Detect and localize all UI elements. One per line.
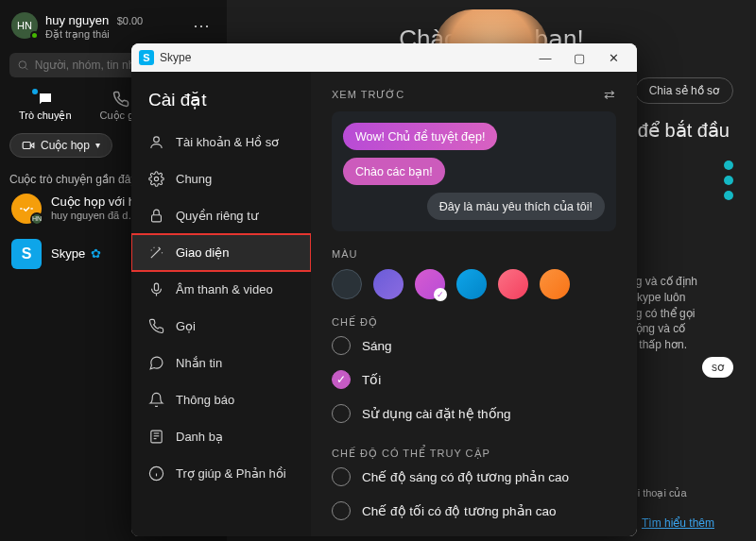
preview-bubble-out: Chào các bạn! — [343, 158, 445, 185]
hero-illustration — [435, 9, 548, 47]
settings-nav: Cài đặt Tài khoản & Hồ sơ Chung Quyền ri… — [131, 72, 311, 536]
color-swatch-default[interactable] — [332, 269, 362, 299]
info-icon — [148, 465, 164, 482]
conversation-title: Skype ✿ — [51, 246, 101, 262]
gear-icon — [148, 171, 164, 187]
nav-item-messaging[interactable]: Nhắn tin — [131, 345, 311, 381]
mini-avatar: HN — [30, 212, 43, 226]
nav-label: Gọi — [176, 319, 196, 333]
window-title: Skype — [160, 51, 191, 64]
nav-label: Tài khoản & Hồ sơ — [176, 135, 279, 149]
lock-icon — [148, 208, 164, 224]
skype-logo-icon: S — [139, 50, 154, 65]
radio-icon — [332, 467, 351, 486]
mode-option-light[interactable]: Sáng — [332, 329, 616, 363]
color-swatch-blue[interactable] — [456, 269, 487, 299]
pill-fragment[interactable]: sơ — [702, 357, 733, 378]
mode-label: Sáng — [362, 339, 392, 353]
start-text: để bắt đầu — [638, 119, 730, 142]
nav-item-notifications[interactable]: Thông báo — [131, 381, 311, 418]
avatar[interactable]: HN — [11, 12, 38, 39]
radio-icon — [332, 404, 351, 423]
hc-option-dark[interactable]: Chế độ tối có độ tương phản cao — [332, 494, 616, 528]
more-icon[interactable]: ⋯ — [187, 15, 215, 36]
phone-icon — [148, 318, 164, 334]
mode-label: Tối — [362, 372, 381, 387]
svg-line-1 — [26, 67, 27, 69]
svg-rect-6 — [154, 283, 158, 291]
nav-label: Nhắn tin — [176, 356, 222, 370]
contacts-icon — [148, 429, 164, 445]
nav-label: Danh bạ — [176, 430, 223, 444]
theme-preview: Wow! Chủ đề tuyệt đẹp! Chào các bạn! Đây… — [332, 111, 616, 231]
balance: $0.00 — [117, 15, 144, 26]
settings-heading: Cài đặt — [131, 85, 311, 124]
hc-label: Chế độ sáng có độ tương phản cao — [362, 469, 569, 484]
mode-label: Sử dụng cài đặt hệ thống — [362, 406, 511, 421]
svg-point-0 — [19, 60, 26, 67]
nav-item-help[interactable]: Trợ giúp & Phản hồi — [131, 455, 311, 492]
nav-item-general[interactable]: Chung — [131, 161, 311, 197]
color-swatch-pink[interactable] — [415, 269, 445, 299]
learn-more-link[interactable]: Tìm hiểu thêm — [642, 516, 714, 530]
wand-icon — [148, 245, 164, 261]
hc-option-light[interactable]: Chế độ sáng có độ tương phản cao — [332, 460, 616, 494]
mode-option-system[interactable]: Sử dụng cài đặt hệ thống — [332, 397, 616, 431]
chevron-down-icon: ▾ — [95, 140, 100, 150]
color-swatches — [332, 269, 616, 299]
swap-icon[interactable]: ⇄ — [604, 87, 616, 102]
share-profile-button[interactable]: Chia sẻ hồ sơ — [635, 77, 733, 104]
person-icon — [148, 134, 164, 150]
preview-label: XEM TRƯỚC — [332, 89, 404, 101]
settings-panel: XEM TRƯỚC ⇄ Wow! Chủ đề tuyệt đẹp! Chào … — [311, 72, 637, 536]
tab-chats-label: Trò chuyện — [19, 110, 72, 122]
close-button[interactable]: ✕ — [597, 46, 629, 69]
radio-icon — [332, 370, 351, 389]
bell-icon — [148, 392, 164, 408]
meet-button-label: Cuộc họp — [41, 139, 90, 152]
svg-point-4 — [154, 177, 158, 180]
user-header[interactable]: HN huy nguyen $0.00 Đặt trạng thái ⋯ — [9, 8, 217, 43]
hc-label: Chế độ tối có độ tương phản cao — [362, 503, 557, 518]
svg-rect-7 — [151, 431, 162, 443]
nav-item-calling[interactable]: Gọi — [131, 308, 311, 345]
tab-chats[interactable]: Trò chuyện — [19, 91, 72, 122]
nav-label: Thông báo — [176, 393, 234, 407]
hc-heading: CHẾ ĐỘ CÓ THỂ TRUY CẬP — [332, 448, 616, 460]
avatar-initials: HN — [17, 20, 32, 31]
mode-heading: CHẾ ĐỘ — [332, 316, 616, 329]
svg-rect-2 — [23, 142, 30, 148]
user-name: huy nguyen — [45, 13, 109, 27]
status-prompt[interactable]: Đặt trạng thái — [45, 28, 143, 40]
presence-dot — [30, 31, 39, 40]
nav-item-contacts[interactable]: Danh bạ — [131, 418, 311, 455]
phone-icon — [112, 91, 129, 108]
skype-avatar: S — [11, 239, 42, 269]
meet-button[interactable]: Cuộc họp ▾ — [9, 133, 112, 158]
svg-point-3 — [154, 137, 160, 143]
radio-icon — [332, 501, 351, 520]
titlebar[interactable]: S Skype — ▢ ✕ — [131, 43, 637, 72]
nav-label: Trợ giúp & Phản hồi — [176, 466, 286, 481]
nav-item-privacy[interactable]: Quyền riêng tư — [131, 197, 311, 234]
color-swatch-purple[interactable] — [373, 269, 404, 299]
nav-item-appearance[interactable]: Giao diện — [131, 234, 311, 271]
nav-item-audio-video[interactable]: Âm thanh & video — [131, 271, 311, 308]
info-text: ng và cố định Skype luôn ng có thể gọi đ… — [629, 274, 733, 353]
maximize-button[interactable]: ▢ — [563, 46, 595, 69]
svg-rect-5 — [152, 215, 162, 222]
radio-icon — [332, 336, 351, 355]
nav-item-account[interactable]: Tài khoản & Hồ sơ — [131, 124, 311, 161]
conversation-avatar: HN — [11, 194, 42, 224]
nav-label: Âm thanh & video — [176, 282, 273, 296]
video-icon — [22, 139, 35, 152]
color-swatch-orange[interactable] — [540, 269, 570, 299]
search-icon — [17, 59, 29, 72]
preview-bubble-in: Đây là màu yêu thích của tôi! — [427, 193, 605, 220]
mode-option-dark[interactable]: Tối — [332, 363, 616, 397]
color-heading: MÀU — [332, 248, 616, 260]
color-swatch-coral[interactable] — [498, 269, 528, 299]
notification-dot — [32, 89, 38, 94]
minimize-button[interactable]: — — [529, 46, 561, 69]
verified-icon: ✿ — [87, 246, 101, 261]
